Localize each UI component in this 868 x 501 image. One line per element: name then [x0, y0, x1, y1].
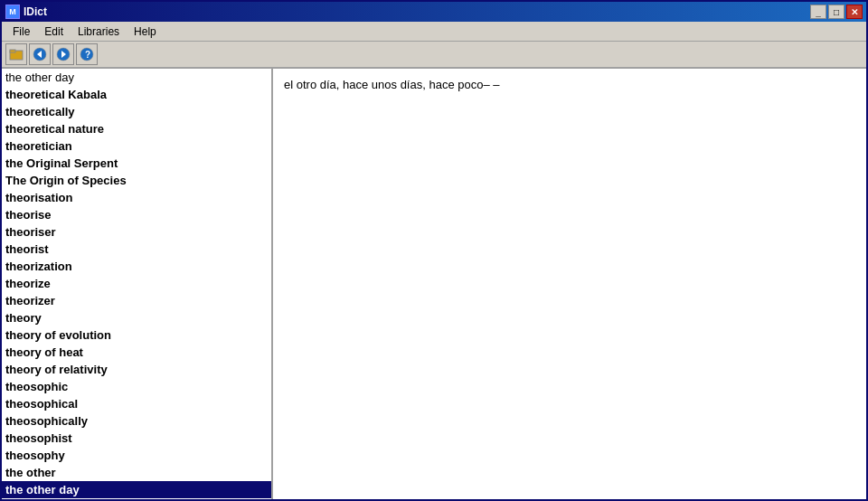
list-item[interactable]: the other side [2, 498, 271, 499]
list-item[interactable]: theorization [2, 258, 271, 275]
list-item[interactable]: theorise [2, 206, 271, 223]
menu-bar: File Edit Libraries Help [2, 22, 866, 42]
title-bar-buttons: _ □ ✕ [810, 5, 863, 19]
list-item[interactable]: theosophy [2, 447, 271, 464]
menu-edit[interactable]: Edit [37, 24, 71, 40]
menu-libraries[interactable]: Libraries [71, 24, 127, 40]
list-item[interactable]: theoretically [2, 103, 271, 120]
list-item[interactable]: the other day [2, 481, 271, 498]
word-list[interactable]: the other daytheoretical Kabalatheoretic… [2, 69, 271, 499]
list-item[interactable]: the other [2, 464, 271, 481]
list-item[interactable]: theory of relativity [2, 361, 271, 378]
list-item[interactable]: theory [2, 309, 271, 326]
back-button[interactable] [29, 43, 51, 65]
help-icon: ? [80, 47, 94, 61]
menu-file[interactable]: File [5, 24, 37, 40]
list-item[interactable]: theosophist [2, 430, 271, 447]
title-bar: M IDict _ □ ✕ [2, 2, 866, 22]
list-item[interactable]: theosophically [2, 412, 271, 430]
window-title: IDict [24, 5, 47, 18]
definition-panel: el otro día, hace unos días, hace poco– … [273, 69, 866, 499]
list-item[interactable]: theosophical [2, 395, 271, 412]
list-item[interactable]: theoretical Kabala [2, 86, 271, 103]
list-item[interactable]: theosophic [2, 378, 271, 395]
svg-rect-1 [10, 50, 15, 52]
svg-text:?: ? [85, 50, 90, 60]
list-item[interactable]: theorisation [2, 189, 271, 206]
list-item[interactable]: theorizer [2, 292, 271, 309]
word-list-panel: the other daytheoretical Kabalatheoretic… [2, 69, 273, 499]
open-icon [9, 47, 24, 61]
list-item[interactable]: the other day [2, 69, 271, 86]
list-item[interactable]: The Origin of Species [2, 172, 271, 189]
list-item[interactable]: theorize [2, 275, 271, 292]
back-icon [33, 47, 47, 61]
list-item[interactable]: theoretical nature [2, 120, 271, 137]
main-content: the other daytheoretical Kabalatheoretic… [2, 69, 866, 499]
list-item[interactable]: theorist [2, 241, 271, 258]
forward-icon [56, 47, 71, 61]
minimize-button[interactable]: _ [810, 5, 826, 19]
maximize-button[interactable]: □ [828, 5, 844, 19]
main-window: M IDict _ □ ✕ File Edit Libraries Help [0, 0, 868, 501]
list-item[interactable]: theoriser [2, 223, 271, 241]
title-bar-left: M IDict [5, 5, 47, 19]
menu-help[interactable]: Help [127, 24, 164, 40]
list-item[interactable]: the Original Serpent [2, 155, 271, 172]
open-button[interactable] [5, 43, 27, 65]
forward-button[interactable] [52, 43, 74, 65]
help-button[interactable]: ? [76, 43, 98, 65]
definition-text: el otro día, hace unos días, hace poco– … [284, 76, 855, 95]
toolbar: ? [2, 42, 866, 69]
list-item[interactable]: theoretician [2, 137, 271, 155]
list-item[interactable]: theory of evolution [2, 326, 271, 344]
app-icon: M [5, 5, 20, 19]
close-button[interactable]: ✕ [846, 5, 863, 19]
list-item[interactable]: theory of heat [2, 344, 271, 361]
